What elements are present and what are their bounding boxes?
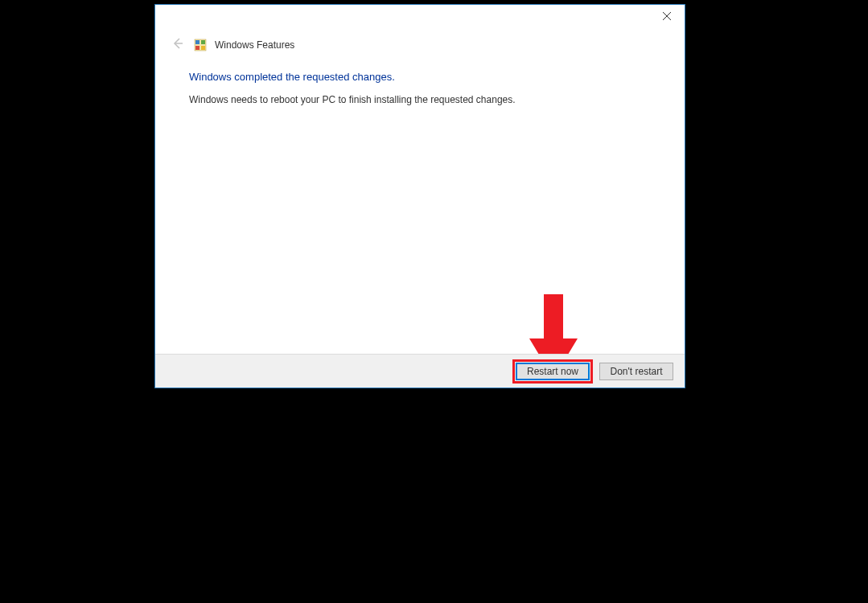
dialog-header: Windows Features: [155, 29, 685, 59]
close-button[interactable]: [648, 5, 685, 27]
windows-features-dialog: Windows Features Windows completed the r…: [154, 4, 685, 388]
dont-restart-button[interactable]: Don't restart: [599, 363, 673, 380]
header-title: Windows Features: [215, 39, 294, 51]
svg-rect-4: [195, 40, 200, 44]
back-button: [170, 37, 186, 53]
svg-rect-6: [195, 46, 200, 50]
close-icon: [663, 9, 671, 23]
titlebar: [155, 5, 685, 29]
dialog-footer: Restart now Don't restart: [155, 354, 685, 388]
svg-rect-7: [201, 46, 205, 50]
restart-button-highlight: Restart now: [512, 359, 593, 384]
dialog-content: Windows completed the requested changes.…: [155, 59, 685, 354]
restart-now-button[interactable]: Restart now: [516, 363, 590, 380]
back-arrow-icon: [171, 37, 184, 53]
completion-subtext: Windows needs to reboot your PC to finis…: [189, 94, 651, 105]
windows-features-icon: [194, 39, 207, 51]
completion-heading: Windows completed the requested changes.: [189, 71, 651, 83]
svg-rect-5: [201, 40, 205, 44]
